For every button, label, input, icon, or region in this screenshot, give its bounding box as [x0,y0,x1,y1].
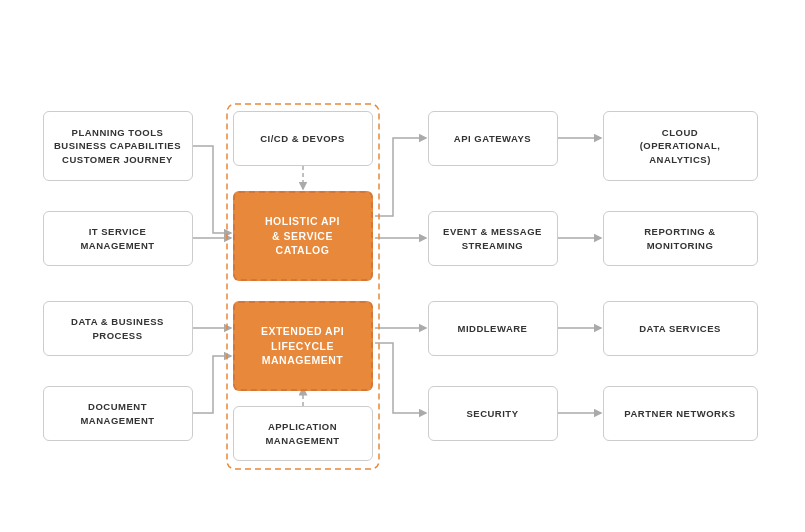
planning-tools-box: PLANNING TOOLS BUSINESS CAPABILITIES CUS… [43,111,193,181]
partner-networks-box: PARTNER NETWORKS [603,386,758,441]
it-service-box: IT SERVICE MANAGEMENT [43,211,193,266]
reporting-box: REPORTING & MONITORING [603,211,758,266]
cloud-box: CLOUD (OPERATIONAL, ANALYTICS) [603,111,758,181]
event-msg-box: EVENT & MESSAGE STREAMING [428,211,558,266]
middleware-box: MIDDLEWARE [428,301,558,356]
app-mgmt-box: APPLICATION MANAGEMENT [233,406,373,461]
data-business-box: DATA & BUSINESS PROCESS [43,301,193,356]
holistic-box: HOLISTIC API & SERVICE CATALOG [233,191,373,281]
diagram: PLANNING TOOLS BUSINESS CAPABILITIES CUS… [13,16,793,516]
data-services-box: DATA SERVICES [603,301,758,356]
connectors-svg [13,16,793,516]
api-gateways-box: API GATEWAYS [428,111,558,166]
security-box: SECURITY [428,386,558,441]
cicd-box: CI/CD & DEVOPS [233,111,373,166]
extended-box: EXTENDED API LIFECYCLE MANAGEMENT [233,301,373,391]
document-mgmt-box: DOCUMENT MANAGEMENT [43,386,193,441]
